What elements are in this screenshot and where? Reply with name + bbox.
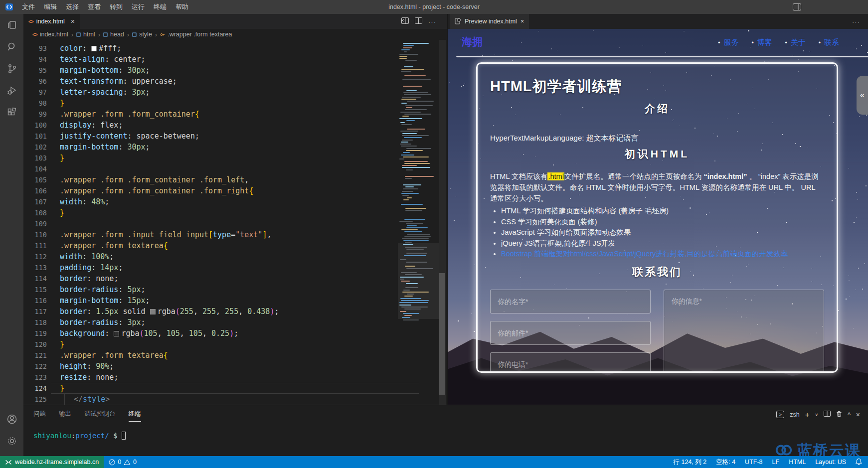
breadcrumb-file[interactable]: <>index.html bbox=[32, 31, 68, 38]
panel-tab-调试控制台[interactable]: 调试控制台 bbox=[84, 410, 116, 422]
code-line-101[interactable]: 101justify-content: space-between; bbox=[23, 131, 447, 142]
breadcrumb[interactable]: <>index.html›html›head›style›.wrapper .f… bbox=[23, 29, 447, 40]
code-line-125[interactable]: 125</style> bbox=[23, 394, 447, 405]
breadcrumb-node[interactable]: head bbox=[103, 31, 124, 38]
menu-item[interactable]: 转到 bbox=[105, 0, 127, 14]
panel-tab-终端[interactable]: 终端 bbox=[129, 410, 141, 422]
status-item[interactable]: Layout: US bbox=[815, 459, 846, 466]
close-tab-icon[interactable]: × bbox=[71, 17, 75, 25]
code-line-105[interactable]: 105.wrapper .form .form_container .form_… bbox=[23, 174, 447, 185]
status-item[interactable]: HTML bbox=[789, 459, 806, 466]
terminal-prompt[interactable]: shiyanlou:project/ $ bbox=[33, 431, 126, 440]
code-line-96[interactable]: 96text-transform: uppercase; bbox=[23, 76, 447, 87]
terminal-dropdown-icon[interactable]: ∨ bbox=[815, 412, 819, 417]
layout-toggle-icon[interactable] bbox=[793, 3, 801, 12]
settings-gear-icon[interactable] bbox=[0, 430, 23, 452]
message-field[interactable] bbox=[664, 290, 824, 373]
name-field[interactable] bbox=[490, 290, 651, 313]
source-control-icon[interactable] bbox=[0, 58, 23, 80]
account-icon[interactable] bbox=[0, 408, 23, 430]
maximize-panel-icon[interactable]: ^ bbox=[848, 411, 851, 418]
status-item[interactable]: 行 124, 列 2 bbox=[674, 458, 707, 467]
status-item[interactable]: LF bbox=[772, 459, 780, 466]
status-item[interactable]: UTF-8 bbox=[745, 459, 762, 466]
search-icon[interactable] bbox=[0, 36, 23, 58]
tab-preview-index-html[interactable]: Preview index.html × bbox=[450, 14, 529, 29]
minimap[interactable] bbox=[398, 43, 439, 405]
scrollbar-thumb[interactable] bbox=[439, 273, 445, 395]
code-line-114[interactable]: 114border: none; bbox=[23, 273, 447, 284]
more-actions-icon[interactable]: ··· bbox=[428, 18, 436, 25]
breadcrumb-node[interactable]: style bbox=[132, 31, 152, 38]
code-line-117[interactable]: 117border: 1.5px solid rgba(255, 255, 25… bbox=[23, 306, 447, 317]
menu-item[interactable]: 终端 bbox=[149, 0, 171, 14]
problems-indicator[interactable]: 0 0 bbox=[104, 459, 142, 466]
open-preview-side-icon[interactable] bbox=[401, 17, 409, 26]
code-line-99[interactable]: 99.wrapper .form .form_container{ bbox=[23, 109, 447, 120]
code-line-94[interactable]: 94text-align: center; bbox=[23, 54, 447, 65]
code-line-110[interactable]: 110.wrapper .form .input_field input[typ… bbox=[23, 229, 447, 240]
code-line-124[interactable]: 124} bbox=[23, 383, 447, 394]
status-item[interactable]: 空格: 4 bbox=[716, 458, 735, 467]
code-line-100[interactable]: 100display: flex; bbox=[23, 120, 447, 131]
breadcrumb-symbol[interactable]: .wrapper .form textarea bbox=[160, 31, 232, 38]
notifications-bell-icon[interactable] bbox=[856, 458, 862, 467]
code-line-98[interactable]: 98} bbox=[23, 98, 447, 109]
code-line-108[interactable]: 108} bbox=[23, 207, 447, 218]
panel-tab-输出[interactable]: 输出 bbox=[59, 410, 71, 422]
site-logo[interactable]: 海拥 bbox=[462, 35, 483, 49]
run-debug-icon[interactable] bbox=[0, 80, 23, 102]
nav-link-服务[interactable]: •服务 bbox=[718, 38, 738, 47]
collapse-panel-handle[interactable]: « bbox=[857, 76, 868, 115]
code-line-113[interactable]: 113padding: 14px; bbox=[23, 262, 447, 273]
code-line-102[interactable]: 102margin-bottom: 30px; bbox=[23, 142, 447, 153]
code-line-97[interactable]: 97letter-spacing: 3px; bbox=[23, 87, 447, 98]
explorer-icon[interactable] bbox=[0, 14, 23, 36]
code-line-118[interactable]: 118border-radius: 3px; bbox=[23, 317, 447, 328]
code-line-106[interactable]: 106.wrapper .form .form_container .form_… bbox=[23, 185, 447, 196]
code-line-119[interactable]: 119background: rgba(105, 105, 105, 0.25)… bbox=[23, 328, 447, 339]
extensions-icon[interactable] bbox=[0, 102, 23, 124]
code-line-111[interactable]: 111.wrapper .form textarea{ bbox=[23, 240, 447, 251]
new-terminal-icon[interactable]: + bbox=[805, 410, 810, 419]
menu-item[interactable]: 文件 bbox=[17, 0, 39, 14]
panel-tab-问题[interactable]: 问题 bbox=[33, 410, 46, 422]
nav-link-联系[interactable]: •联系 bbox=[819, 38, 839, 47]
menu-item[interactable]: 编辑 bbox=[39, 0, 61, 14]
code-line-112[interactable]: 112width: 100%; bbox=[23, 251, 447, 262]
minimap-slider[interactable] bbox=[398, 243, 439, 319]
code-line-115[interactable]: 115border-radius: 5px; bbox=[23, 284, 447, 295]
more-actions-icon[interactable]: ··· bbox=[852, 14, 860, 29]
breadcrumb-node[interactable]: html bbox=[76, 31, 95, 38]
code-line-120[interactable]: 120} bbox=[23, 339, 447, 350]
nav-link-博客[interactable]: •博客 bbox=[751, 38, 772, 47]
tab-index-html[interactable]: <> index.html × bbox=[23, 14, 80, 29]
email-field[interactable] bbox=[490, 321, 651, 345]
split-editor-icon[interactable] bbox=[415, 17, 422, 26]
code-line-121[interactable]: 121.wrapper .form textarea{ bbox=[23, 350, 447, 361]
code-line-123[interactable]: 123resize: none; bbox=[23, 372, 447, 383]
code-editor[interactable]: 93color: #fff;94text-align: center;95mar… bbox=[23, 40, 447, 405]
menu-item[interactable]: 运行 bbox=[127, 0, 149, 14]
close-panel-icon[interactable]: × bbox=[856, 411, 860, 419]
code-line-109[interactable]: 109 bbox=[23, 218, 447, 229]
menu-item[interactable]: 帮助 bbox=[171, 0, 193, 14]
code-line-93[interactable]: 93color: #fff; bbox=[23, 43, 447, 54]
close-tab-icon[interactable]: × bbox=[521, 18, 524, 25]
code-line-122[interactable]: 122height: 90%; bbox=[23, 361, 447, 372]
code-line-116[interactable]: 116margin-bottom: 15px; bbox=[23, 295, 447, 306]
kill-terminal-icon[interactable] bbox=[836, 411, 842, 419]
bootstrap-link[interactable]: Bootstrap 前端框架对html/css/JavaScript/jQuer… bbox=[501, 250, 788, 258]
menu-item[interactable]: 选择 bbox=[61, 0, 83, 14]
menu-item[interactable]: 查看 bbox=[83, 0, 105, 14]
phone-field[interactable] bbox=[490, 352, 651, 373]
editor-scrollbar[interactable] bbox=[439, 40, 446, 405]
remote-indicator[interactable]: webide.hz-iframe.simplelab.cn bbox=[0, 456, 104, 468]
shell-name[interactable]: zsh bbox=[790, 411, 799, 418]
code-line-103[interactable]: 103} bbox=[23, 153, 447, 163]
code-line-104[interactable]: 104 bbox=[23, 163, 447, 174]
code-line-95[interactable]: 95margin-bottom: 30px; bbox=[23, 65, 447, 76]
code-line-107[interactable]: 107width: 48%; bbox=[23, 196, 447, 207]
nav-link-关于[interactable]: •关于 bbox=[785, 38, 806, 47]
terminal-launch-icon[interactable]: > bbox=[776, 411, 784, 418]
